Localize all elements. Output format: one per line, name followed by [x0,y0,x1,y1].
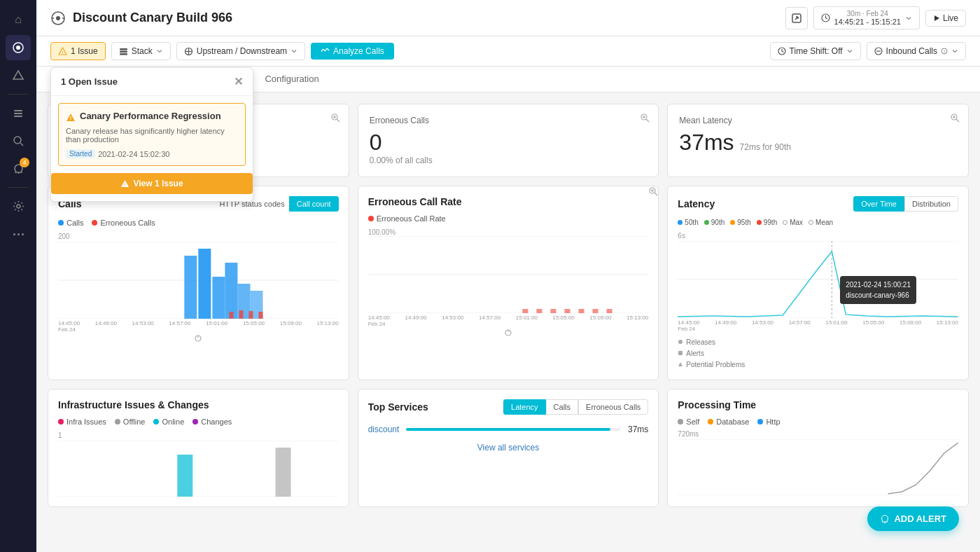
svg-rect-80 [578,309,584,313]
percentile-legend: 50th 90th 95th 99th [678,219,958,226]
analyze-button[interactable]: Analyze Calls [311,43,394,60]
svg-rect-5 [14,116,22,117]
infra-title: Infrastructure Issues & Changes [58,399,209,410]
latency-zoom-icon[interactable] [950,113,960,125]
service-name-discount[interactable]: discount [368,425,400,434]
toolbar-right: Time Shift: Off Inbound Calls i [770,42,966,60]
erroneous-chart-card: Erroneous Call Rate Erroneous Call Rate … [358,186,659,380]
svg-line-31 [326,48,328,51]
view-all-services-link[interactable]: View all services [368,443,649,453]
svg-point-9 [17,205,20,208]
svg-line-70 [654,193,657,195]
svg-text:!: ! [62,50,64,54]
sidebar-icon-flow[interactable] [6,63,31,88]
infra-card: Infrastructure Issues & Changes Infra Is… [48,389,349,507]
analyze-icon [321,47,330,56]
erroneous-calls-stat-card: Erroneous Calls 0 0.00% of all calls [358,104,659,177]
services-calls-btn[interactable]: Calls [546,399,578,415]
infra-header: Infrastructure Issues & Changes [58,399,339,410]
timeshift-button[interactable]: Time Shift: Off [770,42,861,60]
erroneous-chart-title: Erroneous Call Rate [368,196,462,207]
sidebar-icon-more[interactable] [6,221,31,247]
sidebar-icon-search[interactable] [6,128,31,153]
svg-line-20 [825,18,827,20]
erroneous-chart-svg [368,236,649,313]
pct-99: 99th [757,219,777,226]
processing-time-title: Processing Time [678,399,756,410]
services-erroneous-btn[interactable]: Erroneous Calls [578,399,648,415]
time-range-display: 30m · Feb 24 14:45:21 - 15:15:21 [834,10,901,26]
database-legend: Database [708,418,749,426]
erroneous-chart-header: Erroneous Call Rate [368,196,649,207]
calls-pin [58,334,339,344]
latency-chart-card: Latency Over Time Distribution 50th 90th [667,186,969,380]
distribution-btn[interactable]: Distribution [904,196,958,212]
processing-chart-svg [678,439,958,495]
svg-rect-94 [177,455,192,497]
chart-cards-row: Calls HTTP status codes HTTP status code… [48,186,969,380]
chevron-down-icon [905,15,912,22]
svg-rect-24 [120,50,127,53]
issue-started-badge: Started [66,149,95,158]
calls-y-label: 200 [58,233,339,240]
calls-legend: Calls Erroneous Calls [58,219,339,227]
inbound-button[interactable]: Inbound Calls i [867,42,966,60]
chevron-down-icon-upstream [290,48,298,55]
erroneous-zoom-icon[interactable] [640,113,650,125]
stack-button[interactable]: Stack [111,42,171,60]
infra-online-dot [153,419,159,425]
add-alert-button[interactable]: ADD ALERT [867,506,959,531]
calls-x-labels: 14:45:00Feb 24 14:49:00 14:53:00 14:57:0… [58,320,339,333]
time-range-button[interactable]: 30m · Feb 24 14:45:21 - 15:15:21 [813,6,920,29]
issue-title: Canary Performance Regression [80,111,221,121]
top-services-header: Top Services Latency Calls Erroneous Cal… [368,399,649,415]
sidebar-icon-settings[interactable] [6,193,31,219]
top-services-title: Top Services [368,401,428,413]
svg-line-51 [956,119,959,122]
infra-online-legend: Online [153,418,184,426]
erroneous-pin [368,329,649,338]
svg-rect-78 [550,309,556,313]
http-dot [757,419,763,425]
sidebar-icon-home[interactable]: ⌂ [6,7,31,32]
erroneous-stat-sub: 0.00% of all calls [370,156,648,165]
alerts-annot-icon [678,350,683,356]
svg-text:!: ! [125,182,126,186]
database-dot [708,419,713,425]
svg-rect-57 [184,256,197,319]
erroneous-zoom[interactable] [648,186,658,198]
releases-icon [678,339,683,345]
latency-chart-header: Latency Over Time Distribution [678,196,958,212]
issue-popup-close[interactable]: ✕ [234,75,243,88]
calls-zoom-icon[interactable] [330,113,340,125]
pct-max-dot [783,220,788,225]
tab-configuration[interactable]: Configuration [253,67,330,92]
sidebar-divider [8,94,29,95]
issue-button[interactable]: ! 1 Issue [50,42,106,60]
svg-text:!: ! [70,116,71,120]
svg-rect-95 [276,448,291,497]
service-header-icon [50,11,66,26]
services-latency-btn[interactable]: Latency [503,399,546,415]
sidebar-icon-service[interactable] [6,35,31,60]
sidebar-icon-layers[interactable] [6,100,31,125]
view-issue-button[interactable]: ! View 1 Issue [51,173,253,194]
pct-90: 90th [704,219,724,226]
svg-point-11 [18,233,20,235]
link-button[interactable] [785,7,808,29]
call-count-btn[interactable]: Call count [289,196,339,212]
service-value-discount: 37ms [628,425,648,434]
http-legend: Http [757,418,780,426]
upstream-button[interactable]: Upstream / Downstream [176,42,305,60]
overtime-btn[interactable]: Over Time [853,196,904,212]
svg-text:i: i [944,49,945,54]
sidebar: ⌂ 4 [0,0,36,552]
issue-warning-icon: ! [66,113,76,123]
main-content: Discount Canary Build 966 30m · Feb 24 1… [36,0,980,552]
pct-mean-dot [808,220,813,225]
live-button[interactable]: Live [925,10,966,27]
sidebar-icon-alert[interactable]: 4 [6,156,31,181]
service-bar-container [406,428,621,431]
infra-changes-legend: Changes [192,418,232,426]
pct-50: 50th [678,219,698,226]
